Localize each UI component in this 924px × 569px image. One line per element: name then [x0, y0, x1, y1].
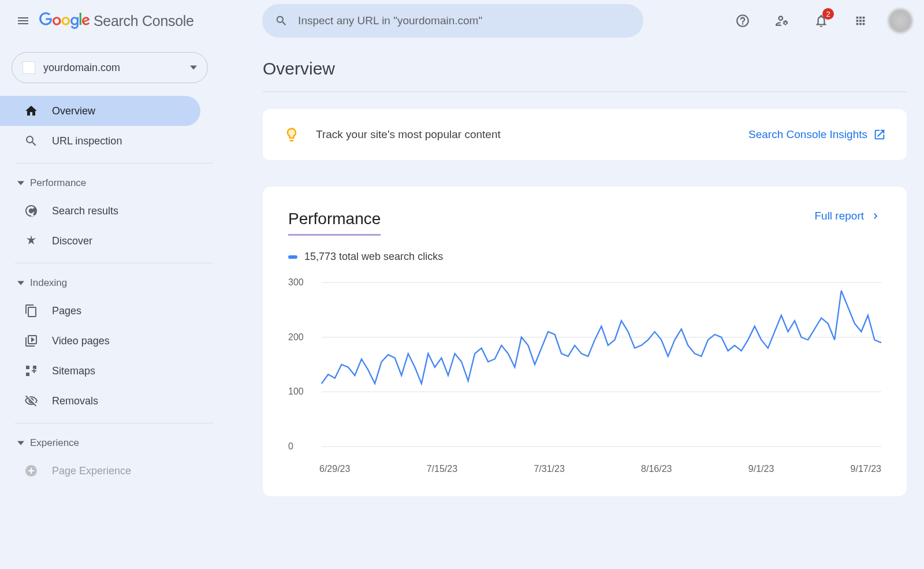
x-axis-labels: 6/29/237/15/237/31/238/16/239/1/239/17/2…	[319, 464, 881, 474]
app-header: Search Console 2	[0, 0, 924, 42]
help-button[interactable]	[731, 9, 754, 32]
chevron-right-icon	[870, 210, 881, 222]
header-actions: 2	[731, 9, 912, 33]
section-title: Indexing	[30, 277, 67, 289]
nav-label: Search results	[52, 205, 118, 217]
google-g-icon	[24, 204, 38, 218]
chevron-down-icon	[17, 180, 24, 187]
x-tick-label: 7/31/23	[534, 464, 564, 474]
chevron-down-icon	[17, 280, 24, 287]
nav-section-indexing[interactable]: Indexing	[0, 270, 228, 296]
insights-text: Track your site's most popular content	[316, 128, 501, 141]
nav-sitemaps[interactable]: Sitemaps	[0, 356, 200, 386]
insights-card: Track your site's most popular content S…	[263, 109, 907, 160]
property-domain-label: yourdomain.com	[43, 62, 182, 74]
google-logo-icon	[39, 12, 90, 29]
apps-grid-icon	[854, 14, 867, 27]
y-tick-label: 100	[288, 386, 304, 397]
insights-link-label: Search Console Insights	[748, 128, 867, 141]
nav-video-pages[interactable]: Video pages	[0, 326, 200, 356]
open-external-icon	[873, 128, 886, 141]
video-pages-icon	[24, 334, 38, 348]
divider	[15, 423, 213, 423]
nav-url-inspection[interactable]: URL inspection	[0, 126, 200, 156]
search-icon	[24, 134, 38, 148]
page-title: Overview	[263, 42, 907, 92]
legend-label: 15,773 total web search clicks	[304, 251, 443, 263]
insights-link[interactable]: Search Console Insights	[748, 128, 886, 141]
nav-label: Page Experience	[52, 465, 131, 477]
x-tick-label: 8/16/23	[641, 464, 672, 474]
search-icon	[275, 14, 288, 28]
performance-title: Performance	[288, 210, 381, 236]
x-tick-label: 9/1/23	[748, 464, 774, 474]
person-gear-icon	[774, 13, 789, 28]
legend-swatch-icon	[288, 255, 297, 259]
lightbulb-icon	[284, 127, 300, 143]
nav-section-experience[interactable]: Experience	[0, 430, 228, 456]
full-report-link[interactable]: Full report	[814, 210, 881, 222]
home-icon	[24, 104, 38, 118]
account-avatar[interactable]	[888, 9, 912, 33]
chevron-down-icon	[17, 440, 24, 447]
notification-badge: 2	[822, 8, 834, 20]
y-tick-label: 300	[288, 277, 304, 288]
performance-chart: 01002003006/29/237/15/237/31/238/16/239/…	[288, 277, 881, 473]
section-title: Experience	[30, 437, 79, 449]
nav-label: Video pages	[52, 335, 110, 347]
nav-label: URL inspection	[52, 135, 122, 147]
dropdown-arrow-icon	[190, 64, 197, 71]
y-tick-label: 0	[288, 441, 293, 452]
full-report-label: Full report	[814, 210, 864, 222]
notifications-button[interactable]: 2	[810, 9, 833, 32]
menu-button[interactable]	[12, 9, 35, 32]
help-icon	[735, 13, 750, 28]
apps-button[interactable]	[849, 9, 872, 32]
url-inspect-search[interactable]	[262, 4, 643, 38]
nav-page-experience[interactable]: Page Experience	[0, 456, 200, 486]
nav-label: Removals	[52, 395, 98, 407]
property-favicon-icon	[23, 61, 35, 74]
nav-overview[interactable]: Overview	[0, 96, 200, 126]
content-area: Overview Track your site's most popular …	[228, 42, 924, 569]
x-tick-label: 7/15/23	[427, 464, 457, 474]
divider	[15, 263, 213, 263]
main-layout: yourdomain.com Overview URL inspection P…	[0, 42, 924, 569]
product-name: Search Console	[94, 13, 194, 29]
nav-pages[interactable]: Pages	[0, 296, 200, 326]
pages-icon	[24, 304, 38, 318]
nav-section-performance[interactable]: Performance	[0, 170, 228, 196]
url-inspect-input[interactable]	[298, 14, 631, 27]
nav-label: Discover	[52, 235, 92, 247]
nav-label: Sitemaps	[52, 365, 95, 377]
section-title: Performance	[30, 177, 86, 189]
y-tick-label: 200	[288, 332, 304, 343]
chart-legend: 15,773 total web search clicks	[288, 251, 881, 263]
nav-discover[interactable]: Discover	[0, 226, 200, 256]
user-settings-button[interactable]	[770, 9, 793, 32]
nav-label: Pages	[52, 305, 81, 317]
visibility-off-icon	[24, 394, 38, 408]
product-logo[interactable]: Search Console	[39, 12, 194, 29]
nav-search-results[interactable]: Search results	[0, 196, 200, 226]
property-selector[interactable]: yourdomain.com	[12, 52, 208, 83]
circle-plus-icon	[24, 464, 38, 478]
nav-label: Overview	[52, 105, 95, 117]
nav-removals[interactable]: Removals	[0, 386, 200, 416]
performance-card: Performance Full report 15,773 total web…	[263, 187, 907, 496]
sidebar: yourdomain.com Overview URL inspection P…	[0, 42, 228, 569]
hamburger-icon	[16, 14, 30, 28]
x-tick-label: 9/17/23	[851, 464, 881, 474]
sitemap-icon	[24, 364, 38, 378]
divider	[15, 163, 213, 163]
asterisk-icon	[24, 234, 38, 248]
x-tick-label: 6/29/23	[319, 464, 350, 474]
